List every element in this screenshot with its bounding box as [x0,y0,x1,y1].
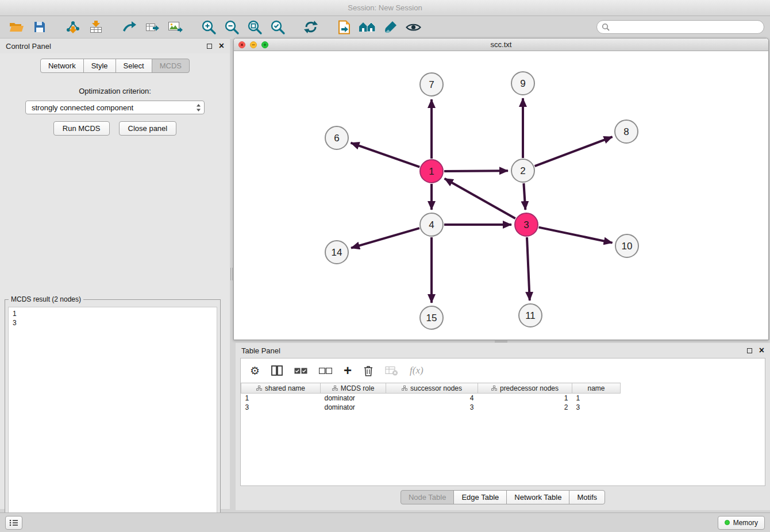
mcds-result-text: 1 3 [8,307,217,515]
table-row[interactable]: 3dominator323 [241,403,621,412]
optimization-criterion-label: Optimization criterion: [0,87,230,95]
run-mcds-button[interactable]: Run MCDS [53,121,110,136]
mcds-result-group: MCDS result (2 nodes) 1 3 [5,299,221,519]
show-columns-button[interactable] [271,365,283,376]
function-builder-button[interactable]: f(x) [410,365,424,376]
cell-successor_nodes: 3 [386,403,478,412]
column-header-shared-name[interactable]: shared name [241,383,321,394]
export-image-button[interactable] [164,18,186,36]
toolbar-separator [52,19,61,35]
search-input[interactable] [613,23,759,32]
search-box[interactable] [596,20,764,34]
memory-button[interactable]: Memory [718,516,765,530]
float-panel-icon[interactable] [747,348,752,353]
copy-style-button[interactable] [333,18,355,36]
criterion-selected-value: strongly connected component [32,103,196,112]
delete-column-button[interactable] [363,365,374,377]
new-network-button[interactable] [118,18,140,36]
zoom-fit-button[interactable] [244,18,265,36]
import-network-button[interactable] [62,18,84,36]
tab-mcds[interactable]: MCDS [152,59,190,73]
add-column-button[interactable]: + [344,364,352,377]
refresh-layout-button[interactable] [300,18,322,36]
edge-2-3[interactable] [523,183,525,210]
gear-icon: ⚙ [250,365,260,376]
show-graphics-details-button[interactable] [402,18,424,36]
tab-motifs[interactable]: Motifs [569,490,605,504]
minimize-traffic-light-icon[interactable] [250,41,257,48]
edge-2-8[interactable] [535,137,613,166]
edge-3-10[interactable] [539,228,613,243]
edge-4-14[interactable] [351,228,419,248]
edge-3-11[interactable] [527,237,530,300]
table-panel-title: Table Panel [241,346,280,355]
cell-predecessor_nodes: 1 [478,394,572,403]
table-arrow-icon [145,20,160,34]
float-panel-icon[interactable] [207,44,212,49]
plus-icon: + [344,364,352,377]
open-folder-icon [9,21,24,33]
column-header-successor-nodes[interactable]: successor nodes [386,383,478,394]
edge-3-1[interactable] [445,179,515,218]
tab-edge-table[interactable]: Edge Table [453,490,507,504]
save-session-button[interactable] [29,18,51,36]
table-header-row: shared name MCDS role successor nodes pr… [241,383,621,394]
import-table-icon [89,20,103,34]
network-canvas[interactable]: 7968124314101511 [234,51,768,340]
export-table-button[interactable] [141,18,163,36]
tab-style[interactable]: Style [83,59,116,73]
node-label-15: 15 [426,313,437,323]
tab-select[interactable]: Select [116,59,152,73]
column-header-predecessor-nodes[interactable]: predecessor nodes [478,383,572,394]
close-panel-icon[interactable]: × [759,346,764,355]
splitter-grip[interactable] [230,268,233,280]
paint-style-button[interactable] [379,18,401,36]
table-row[interactable]: 1dominator411 [241,394,621,403]
first-neighbors-button[interactable] [356,18,378,36]
table-mode-button[interactable]: ⚙ [250,365,260,376]
memory-status-icon [725,520,730,525]
cell-name: 3 [572,403,621,412]
zoom-in-button[interactable] [198,18,220,36]
edge-1-2[interactable] [444,171,508,171]
toolbar-separator [290,19,299,35]
control-panel-title: Control Panel [6,42,51,51]
refresh-icon [303,20,318,34]
window-titlebar: Session: New Session [0,0,770,16]
deselect-all-icon [319,368,332,374]
import-table-button[interactable] [85,18,107,36]
zoom-selected-button[interactable] [267,18,288,36]
zoom-selected-icon [270,20,286,35]
node-label-7: 7 [429,79,434,90]
eye-icon [406,22,421,32]
close-traffic-light-icon[interactable] [238,41,245,48]
column-header-mcds-role[interactable]: MCDS role [321,383,386,394]
column-label: predecessor nodes [500,384,559,392]
toolbar-separator [187,19,197,35]
network-graph[interactable]: 7968124314101511 [234,51,768,340]
close-panel-button[interactable]: Close panel [119,121,177,136]
tab-node-table[interactable]: Node Table [401,490,455,504]
zoom-traffic-light-icon[interactable] [261,41,268,48]
control-panel: Control Panel × Network Style Select MCD… [0,38,230,509]
task-history-button[interactable] [5,516,22,530]
houses-icon [358,21,376,33]
deselect-all-button[interactable] [319,368,332,374]
column-header-name[interactable]: name [572,383,621,394]
zoom-out-button[interactable] [221,18,242,36]
splitter-grip[interactable] [495,341,507,342]
close-panel-icon[interactable]: × [219,41,224,51]
criterion-dropdown[interactable]: strongly connected component [25,101,205,114]
select-all-button[interactable] [294,368,307,374]
table-panel: Table Panel × ⚙ [236,343,770,510]
memory-label: Memory [733,519,758,527]
open-session-button[interactable] [6,18,28,36]
tab-network-table[interactable]: Network Table [506,490,569,504]
toolbar-separator [323,19,332,35]
edge-1-6[interactable] [351,143,420,167]
mcds-result-title: MCDS result (2 nodes) [9,295,83,303]
tab-network[interactable]: Network [40,59,84,73]
delete-table-button[interactable] [385,365,398,376]
function-icon: f(x) [410,365,424,376]
main-toolbar [0,17,770,37]
